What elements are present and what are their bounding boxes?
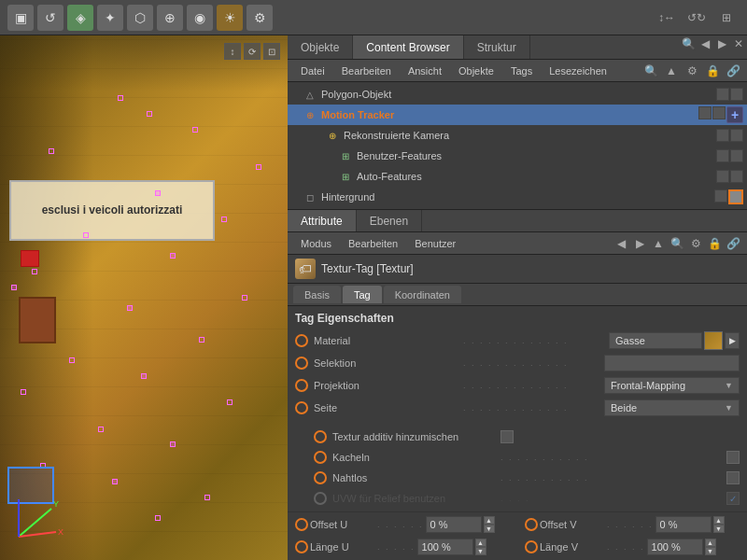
tool-rotate[interactable]: ↺ [37, 5, 63, 31]
laenge-u-group: Länge U . . . . . 100 % ▲ ▼ [295, 539, 510, 555]
tool-settings[interactable]: ⚙ [247, 5, 273, 31]
kamera-ctrl2[interactable] [730, 129, 743, 142]
mt-add-btn[interactable]: + [726, 106, 743, 123]
mt-ctrl1[interactable] [698, 106, 712, 119]
attr-menu-bearbeiten[interactable]: Bearbeiten [341, 236, 405, 251]
menu-bearbeiten[interactable]: Bearbeiten [334, 63, 399, 78]
object-row-benutzer[interactable]: ⊞ Benutzer-Features [288, 146, 747, 166]
nahtlos-checkbox[interactable] [726, 471, 740, 484]
kacheln-checkbox[interactable] [726, 451, 740, 464]
tool-move[interactable]: ▣ [7, 5, 34, 31]
tab-attribute[interactable]: Attribute [288, 210, 357, 231]
hintergrund-ctrl2[interactable] [728, 189, 743, 204]
tab-ebenen[interactable]: Ebenen [357, 210, 422, 231]
lock-icon[interactable]: 🔒 [704, 63, 721, 79]
laenge-v-up[interactable]: ▲ [705, 539, 716, 547]
attr-config[interactable]: ⚙ [687, 235, 704, 252]
kamera-ctrl1[interactable] [716, 129, 729, 142]
attr-subtab-koordinaten[interactable]: Koordinaten [384, 286, 461, 303]
attr-menu-modus[interactable]: Modus [293, 236, 339, 251]
tab-content-browser[interactable]: Content Browser [353, 35, 463, 59]
menu-lesezeichen[interactable]: Lesezeichen [542, 63, 614, 78]
tool-poly[interactable]: ✦ [97, 5, 123, 31]
auto-ctrl1[interactable] [716, 170, 729, 183]
laenge-u-down[interactable]: ▼ [475, 547, 486, 555]
tool-viewport-nav2[interactable]: ↺↻ [684, 5, 710, 31]
tool-add[interactable]: ⊕ [157, 5, 183, 31]
tool-3d[interactable]: ◈ [67, 5, 93, 31]
attr-menu-benutzer[interactable]: Benutzer [407, 236, 463, 251]
attr-lock[interactable]: 🔒 [706, 235, 723, 252]
viewport-nav-btn[interactable]: ↕ [224, 43, 241, 60]
object-row-hintergrund[interactable]: ◻ Hintergrund [288, 187, 747, 207]
material-value[interactable]: Gasse [609, 332, 702, 349]
menu-ansicht[interactable]: Ansicht [401, 63, 449, 78]
tab-struktur[interactable]: Struktur [464, 35, 530, 59]
benutzer-ctrl1[interactable] [716, 149, 729, 162]
material-preview[interactable] [704, 331, 723, 350]
menu-datei[interactable]: Datei [293, 63, 332, 78]
kamera-name: Rekonstruierte Kamera [344, 130, 716, 141]
svg-text:Y: Y [53, 499, 59, 509]
menu-tags[interactable]: Tags [503, 63, 540, 78]
attr-nav-right[interactable]: ▶ [631, 235, 648, 252]
attr-subtab-tag[interactable]: Tag [343, 286, 382, 303]
menu-objekte[interactable]: Objekte [451, 63, 501, 78]
arrow-up-icon[interactable]: ▲ [663, 63, 680, 79]
config-icon[interactable]: ⚙ [684, 63, 700, 79]
motion-tracker-icon: ⊕ [303, 107, 317, 122]
kamera-icon: ⊕ [325, 128, 340, 143]
offset-u-up[interactable]: ▲ [484, 516, 495, 525]
close-tab-icon[interactable]: ✕ [730, 35, 747, 52]
laenge-u-up[interactable]: ▲ [475, 539, 486, 547]
offset-v-input[interactable]: 0 % [655, 516, 712, 533]
auto-ctrl2[interactable] [730, 170, 743, 183]
object-row-polygon[interactable]: △ Polygon-Objekt [288, 84, 747, 105]
attr-search[interactable]: 🔍 [669, 235, 685, 252]
polygon-ctrl2[interactable] [730, 88, 743, 101]
object-row-auto[interactable]: ⊞ Auto-Features [288, 166, 747, 187]
polygon-ctrl1[interactable] [716, 88, 729, 101]
hintergrund-ctrl1[interactable] [714, 189, 727, 203]
attr-nav-left[interactable]: ◀ [613, 235, 629, 252]
tool-viewport-nav1[interactable]: ↕↔ [654, 5, 680, 31]
object-row-motion-tracker[interactable]: ⊕ Motion Tracker + [288, 105, 747, 125]
laenge-u-input[interactable]: 100 % [417, 539, 473, 555]
laenge-v-down[interactable]: ▼ [705, 547, 716, 555]
attr-link[interactable]: 🔗 [725, 235, 741, 252]
projektion-dropdown[interactable]: Frontal-Mapping ▼ [604, 377, 740, 394]
tool-viewport-nav3[interactable]: ⊞ [713, 5, 740, 31]
viewport-nav-btn2[interactable]: ⟳ [244, 43, 261, 60]
uvw-checkbox[interactable] [726, 492, 740, 505]
offset-u-input[interactable]: 0 % [426, 516, 482, 533]
arrow-left-icon[interactable]: ◀ [697, 35, 713, 52]
material-arrow[interactable]: ▶ [725, 332, 740, 349]
benutzer-ctrl2[interactable] [730, 149, 743, 162]
viewport[interactable]: esclusi i veicoli autorizzati [0, 35, 288, 560]
attr-subtab-basis[interactable]: Basis [293, 286, 341, 303]
uvw-bullet [314, 492, 327, 505]
mt-ctrl2[interactable] [712, 106, 726, 119]
tool-hex[interactable]: ⬡ [127, 5, 153, 31]
tool-light[interactable]: ☀ [217, 5, 243, 31]
tool-camera[interactable]: ◉ [187, 5, 213, 31]
viewport-nav-btn3[interactable]: ⊡ [263, 43, 280, 60]
offset-v-up[interactable]: ▲ [713, 516, 725, 525]
laenge-v-input[interactable]: 100 % [647, 539, 703, 555]
attr-arrow-up[interactable]: ▲ [650, 235, 667, 252]
link-icon[interactable]: 🔗 [725, 63, 741, 79]
offset-v-down[interactable]: ▼ [713, 525, 725, 533]
nahtlos-label: Nahtlos [332, 472, 500, 483]
tab-objekte[interactable]: Objekte [288, 35, 353, 59]
arrow-right-icon[interactable]: ▶ [713, 35, 730, 52]
search-icon[interactable]: 🔍 [680, 35, 697, 52]
offset-u-down[interactable]: ▼ [484, 525, 495, 533]
textur-additiv-checkbox[interactable] [500, 430, 514, 443]
track-point [127, 305, 133, 311]
search-objects-icon[interactable]: 🔍 [642, 63, 659, 79]
seite-dropdown[interactable]: Beide ▼ [604, 399, 740, 416]
track-point [204, 495, 210, 500]
object-row-kamera[interactable]: ⊕ Rekonstruierte Kamera [288, 125, 747, 146]
selektion-value[interactable] [604, 355, 740, 371]
polygon-name: Polygon-Objekt [321, 89, 716, 100]
